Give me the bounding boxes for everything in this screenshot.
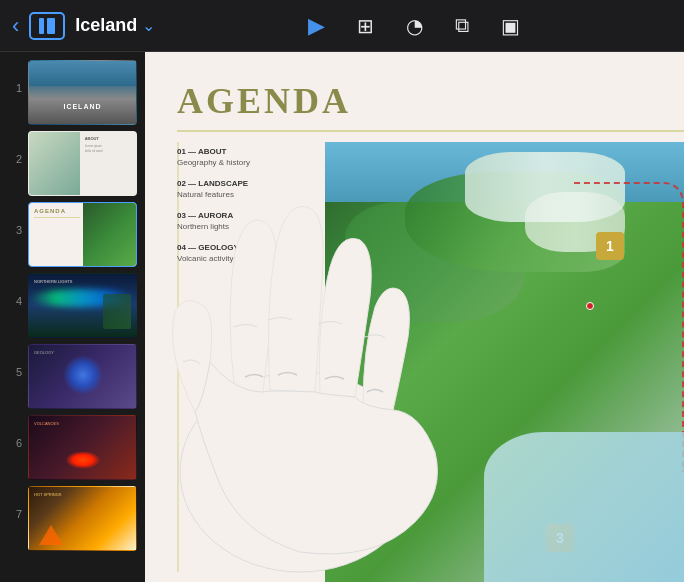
toolbar: ‹ Iceland ⌄ ▶ ⊞ ◔ ⧉ ▣ bbox=[0, 0, 684, 52]
slide-number-4: 4 bbox=[8, 295, 22, 307]
toolbar-center: ▶ ⊞ ◔ ⧉ ▣ bbox=[155, 13, 672, 39]
slide-item-4[interactable]: 4 NORTHERN LIGHTS bbox=[8, 273, 137, 338]
agenda-item-2: 02 — LANDSCAPE Natural features bbox=[177, 179, 322, 199]
slide-thumb-1[interactable]: ICELAND bbox=[28, 60, 137, 125]
slide-number-5: 5 bbox=[8, 366, 22, 378]
map-area: 1 3 bbox=[325, 142, 684, 582]
layers-button[interactable]: ⧉ bbox=[455, 14, 469, 37]
toggle-col-right bbox=[47, 18, 55, 34]
presentation-title: Iceland bbox=[75, 15, 137, 36]
map-marker-1: 1 bbox=[596, 232, 624, 260]
present-button[interactable]: ▣ bbox=[501, 14, 520, 38]
map-dashed-line bbox=[574, 182, 684, 472]
table-button[interactable]: ⊞ bbox=[357, 14, 374, 38]
title-chevron-icon: ⌄ bbox=[142, 16, 155, 35]
slide-view: AGENDA 01 — ABOUT Geography & history 02… bbox=[145, 52, 684, 582]
slide-item-3[interactable]: 3 AGENDA bbox=[8, 202, 137, 267]
slide-thumb-2[interactable]: ABOUT Lorem ipsumdolor sit amet bbox=[28, 131, 137, 196]
agenda-item-1: 01 — ABOUT Geography & history bbox=[177, 147, 322, 167]
clock-button[interactable]: ◔ bbox=[406, 14, 423, 38]
view-toggle-icon bbox=[39, 18, 55, 34]
toggle-col-left bbox=[39, 18, 44, 34]
agenda-item-4: 04 — GEOLOGY Volcanic activity bbox=[177, 243, 322, 263]
slide-item-7[interactable]: 7 HOT SPRINGS bbox=[8, 486, 137, 551]
slide-thumb-6[interactable]: VOLCANOES bbox=[28, 415, 137, 480]
agenda-divider bbox=[177, 130, 684, 132]
slide-number-2: 2 bbox=[8, 153, 22, 165]
map-location-dot bbox=[586, 302, 594, 310]
agenda-item-3: 03 — AURORA Northern lights bbox=[177, 211, 322, 231]
main-area: 1 ICELAND 2 ABOUT Lorem ipsumdolor sit a… bbox=[0, 52, 684, 582]
slide-number-1: 1 bbox=[8, 82, 22, 94]
slide-content-area: AGENDA 01 — ABOUT Geography & history 02… bbox=[145, 52, 684, 582]
slide-item-5[interactable]: 5 GEOLOGY bbox=[8, 344, 137, 409]
agenda-items: 01 — ABOUT Geography & history 02 — LAND… bbox=[177, 147, 322, 275]
play-button[interactable]: ▶ bbox=[308, 13, 325, 39]
slide-item-6[interactable]: 6 VOLCANOES bbox=[8, 415, 137, 480]
slide-thumb-3[interactable]: AGENDA bbox=[28, 202, 137, 267]
slide-thumb-7[interactable]: HOT SPRINGS bbox=[28, 486, 137, 551]
view-toggle-button[interactable] bbox=[29, 12, 65, 40]
slide-thumb-4[interactable]: NORTHERN LIGHTS bbox=[28, 273, 137, 338]
back-button[interactable]: ‹ bbox=[12, 15, 19, 37]
slide-item-1[interactable]: 1 ICELAND bbox=[8, 60, 137, 125]
slide-number-6: 6 bbox=[8, 437, 22, 449]
slide-number-3: 3 bbox=[8, 224, 22, 236]
map-marker-3: 3 bbox=[546, 524, 574, 552]
slide-number-7: 7 bbox=[8, 508, 22, 520]
slide-item-2[interactable]: 2 ABOUT Lorem ipsumdolor sit amet bbox=[8, 131, 137, 196]
slide-panel: 1 ICELAND 2 ABOUT Lorem ipsumdolor sit a… bbox=[0, 52, 145, 582]
slide-thumb-5[interactable]: GEOLOGY bbox=[28, 344, 137, 409]
agenda-title: AGENDA bbox=[177, 80, 351, 122]
toolbar-left: ‹ Iceland ⌄ bbox=[12, 12, 155, 40]
title-area[interactable]: Iceland ⌄ bbox=[75, 15, 155, 36]
